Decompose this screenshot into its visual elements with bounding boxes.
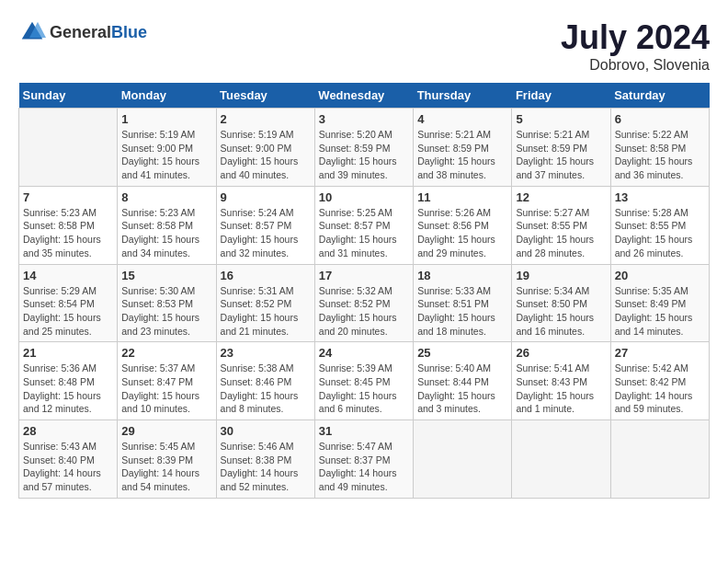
- day-info: Sunrise: 5:19 AM Sunset: 9:00 PM Dayligh…: [121, 128, 211, 182]
- day-number: 3: [319, 112, 409, 126]
- day-info: Sunrise: 5:24 AM Sunset: 8:57 PM Dayligh…: [221, 206, 311, 260]
- calendar-cell: 25Sunrise: 5:40 AM Sunset: 8:44 PM Dayli…: [414, 342, 512, 420]
- day-number: 18: [417, 269, 507, 282]
- calendar-cell: 27Sunrise: 5:42 AM Sunset: 8:42 PM Dayli…: [610, 342, 709, 420]
- calendar-cell: 19Sunrise: 5:34 AM Sunset: 8:50 PM Dayli…: [512, 264, 610, 342]
- week-row-4: 21Sunrise: 5:36 AM Sunset: 8:48 PM Dayli…: [19, 342, 710, 420]
- calendar-cell: 12Sunrise: 5:27 AM Sunset: 8:55 PM Dayli…: [512, 186, 610, 264]
- day-info: Sunrise: 5:47 AM Sunset: 8:37 PM Dayligh…: [319, 440, 409, 494]
- calendar-cell: 17Sunrise: 5:32 AM Sunset: 8:52 PM Dayli…: [314, 264, 413, 342]
- calendar-cell: 28Sunrise: 5:43 AM Sunset: 8:40 PM Dayli…: [19, 420, 118, 499]
- calendar-cell: 23Sunrise: 5:38 AM Sunset: 8:46 PM Dayli…: [216, 342, 314, 420]
- day-number: 20: [615, 269, 705, 282]
- day-number: 22: [121, 346, 211, 360]
- calendar-cell: 16Sunrise: 5:31 AM Sunset: 8:52 PM Dayli…: [216, 264, 314, 342]
- calendar-cell: [414, 420, 512, 499]
- day-number: 28: [23, 424, 113, 438]
- day-header-monday: Monday: [118, 83, 216, 109]
- page-header: GeneralBlue July 2024 Dobrovo, Slovenia: [18, 18, 710, 74]
- day-info: Sunrise: 5:35 AM Sunset: 8:49 PM Dayligh…: [615, 284, 705, 339]
- calendar-cell: [19, 109, 118, 187]
- calendar-cell: 8Sunrise: 5:23 AM Sunset: 8:58 PM Daylig…: [118, 186, 216, 264]
- day-header-tuesday: Tuesday: [216, 83, 314, 109]
- day-info: Sunrise: 5:25 AM Sunset: 8:57 PM Dayligh…: [319, 206, 409, 260]
- calendar-cell: 26Sunrise: 5:41 AM Sunset: 8:43 PM Dayli…: [512, 342, 610, 420]
- calendar-cell: 22Sunrise: 5:37 AM Sunset: 8:47 PM Dayli…: [118, 342, 216, 420]
- day-info: Sunrise: 5:27 AM Sunset: 8:55 PM Dayligh…: [516, 206, 606, 260]
- calendar-table: SundayMondayTuesdayWednesdayThursdayFrid…: [18, 83, 710, 499]
- day-number: 15: [121, 269, 211, 282]
- day-number: 4: [417, 112, 507, 126]
- day-number: 14: [23, 269, 113, 282]
- day-number: 27: [615, 346, 705, 360]
- day-info: Sunrise: 5:38 AM Sunset: 8:46 PM Dayligh…: [221, 362, 311, 416]
- day-number: 7: [23, 190, 113, 204]
- calendar-cell: 13Sunrise: 5:28 AM Sunset: 8:55 PM Dayli…: [610, 186, 709, 264]
- day-info: Sunrise: 5:23 AM Sunset: 8:58 PM Dayligh…: [121, 206, 211, 260]
- day-info: Sunrise: 5:31 AM Sunset: 8:52 PM Dayligh…: [221, 284, 311, 339]
- day-number: 12: [516, 190, 606, 204]
- day-number: 24: [319, 346, 409, 360]
- day-info: Sunrise: 5:29 AM Sunset: 8:54 PM Dayligh…: [23, 284, 113, 339]
- day-info: Sunrise: 5:46 AM Sunset: 8:38 PM Dayligh…: [221, 440, 311, 494]
- day-info: Sunrise: 5:23 AM Sunset: 8:58 PM Dayligh…: [23, 206, 113, 260]
- day-number: 29: [121, 424, 211, 438]
- day-info: Sunrise: 5:45 AM Sunset: 8:39 PM Dayligh…: [121, 440, 211, 494]
- day-number: 21: [23, 346, 113, 360]
- day-header-friday: Friday: [512, 83, 610, 109]
- week-row-2: 7Sunrise: 5:23 AM Sunset: 8:58 PM Daylig…: [19, 186, 710, 264]
- day-number: 5: [516, 112, 606, 126]
- calendar-cell: 30Sunrise: 5:46 AM Sunset: 8:38 PM Dayli…: [216, 420, 314, 499]
- day-info: Sunrise: 5:28 AM Sunset: 8:55 PM Dayligh…: [615, 206, 705, 260]
- calendar-cell: [610, 420, 709, 499]
- day-info: Sunrise: 5:22 AM Sunset: 8:58 PM Dayligh…: [615, 128, 705, 182]
- day-info: Sunrise: 5:20 AM Sunset: 8:59 PM Dayligh…: [319, 128, 409, 182]
- day-header-wednesday: Wednesday: [314, 83, 413, 109]
- day-number: 25: [417, 346, 507, 360]
- calendar-cell: 20Sunrise: 5:35 AM Sunset: 8:49 PM Dayli…: [610, 264, 709, 342]
- day-number: 1: [121, 112, 211, 126]
- day-number: 2: [221, 112, 311, 126]
- day-number: 23: [221, 346, 311, 360]
- week-row-5: 28Sunrise: 5:43 AM Sunset: 8:40 PM Dayli…: [19, 420, 710, 499]
- calendar-cell: 14Sunrise: 5:29 AM Sunset: 8:54 PM Dayli…: [19, 264, 118, 342]
- calendar-cell: 6Sunrise: 5:22 AM Sunset: 8:58 PM Daylig…: [610, 109, 709, 187]
- day-info: Sunrise: 5:40 AM Sunset: 8:44 PM Dayligh…: [417, 362, 507, 416]
- day-info: Sunrise: 5:30 AM Sunset: 8:53 PM Dayligh…: [121, 284, 211, 339]
- day-number: 19: [516, 269, 606, 282]
- calendar-cell: 9Sunrise: 5:24 AM Sunset: 8:57 PM Daylig…: [216, 186, 314, 264]
- calendar-cell: 5Sunrise: 5:21 AM Sunset: 8:59 PM Daylig…: [512, 109, 610, 187]
- day-info: Sunrise: 5:42 AM Sunset: 8:42 PM Dayligh…: [615, 362, 705, 416]
- week-row-3: 14Sunrise: 5:29 AM Sunset: 8:54 PM Dayli…: [19, 264, 710, 342]
- day-info: Sunrise: 5:41 AM Sunset: 8:43 PM Dayligh…: [516, 362, 606, 416]
- day-info: Sunrise: 5:37 AM Sunset: 8:47 PM Dayligh…: [121, 362, 211, 416]
- day-number: 16: [221, 269, 311, 282]
- calendar-cell: 2Sunrise: 5:19 AM Sunset: 9:00 PM Daylig…: [216, 109, 314, 187]
- week-row-1: 1Sunrise: 5:19 AM Sunset: 9:00 PM Daylig…: [19, 109, 710, 187]
- calendar-cell: 7Sunrise: 5:23 AM Sunset: 8:58 PM Daylig…: [19, 186, 118, 264]
- day-info: Sunrise: 5:21 AM Sunset: 8:59 PM Dayligh…: [516, 128, 606, 182]
- days-header-row: SundayMondayTuesdayWednesdayThursdayFrid…: [19, 83, 710, 109]
- day-number: 31: [319, 424, 409, 438]
- day-info: Sunrise: 5:21 AM Sunset: 8:59 PM Dayligh…: [417, 128, 507, 182]
- calendar-cell: 31Sunrise: 5:47 AM Sunset: 8:37 PM Dayli…: [314, 420, 413, 499]
- day-header-sunday: Sunday: [19, 83, 118, 109]
- day-header-saturday: Saturday: [610, 83, 709, 109]
- calendar-cell: [512, 420, 610, 499]
- calendar-cell: 3Sunrise: 5:20 AM Sunset: 8:59 PM Daylig…: [314, 109, 413, 187]
- logo-blue-text: Blue: [111, 23, 147, 41]
- day-number: 17: [319, 269, 409, 282]
- day-info: Sunrise: 5:39 AM Sunset: 8:45 PM Dayligh…: [319, 362, 409, 416]
- calendar-cell: 15Sunrise: 5:30 AM Sunset: 8:53 PM Dayli…: [118, 264, 216, 342]
- calendar-cell: 18Sunrise: 5:33 AM Sunset: 8:51 PM Dayli…: [414, 264, 512, 342]
- day-info: Sunrise: 5:32 AM Sunset: 8:52 PM Dayligh…: [319, 284, 409, 339]
- calendar-cell: 29Sunrise: 5:45 AM Sunset: 8:39 PM Dayli…: [118, 420, 216, 499]
- day-number: 8: [121, 190, 211, 204]
- day-number: 10: [319, 190, 409, 204]
- calendar-subtitle: Dobrovo, Slovenia: [561, 57, 710, 74]
- day-info: Sunrise: 5:19 AM Sunset: 9:00 PM Dayligh…: [221, 128, 311, 182]
- day-info: Sunrise: 5:36 AM Sunset: 8:48 PM Dayligh…: [23, 362, 113, 416]
- day-header-thursday: Thursday: [414, 83, 512, 109]
- logo-icon: [18, 18, 46, 46]
- title-area: July 2024 Dobrovo, Slovenia: [561, 18, 710, 74]
